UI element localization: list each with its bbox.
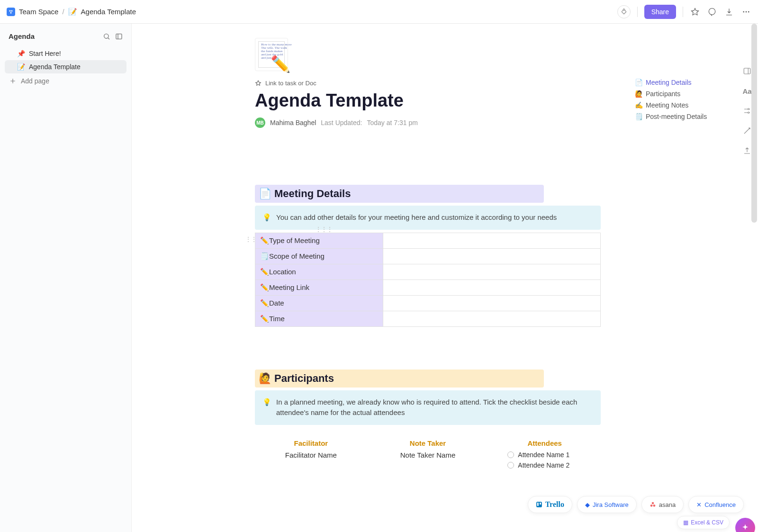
tag-button[interactable] [617, 5, 631, 18]
table-cell[interactable] [383, 248, 601, 264]
checkbox-icon[interactable] [507, 462, 514, 469]
svg-point-20 [653, 505, 655, 507]
callout-meeting-details[interactable]: 💡 You can add other details for your mee… [255, 206, 601, 230]
attendee-name: Attendee Name 2 [518, 461, 569, 469]
confluence-pill[interactable]: ✕Confluence [688, 496, 744, 513]
table-cell[interactable] [383, 233, 601, 248]
panel-toggle-icon[interactable] [742, 66, 752, 76]
font-icon[interactable]: Aa [742, 86, 752, 96]
magic-icon[interactable] [742, 126, 752, 135]
byline: MB Mahima Baghel Last Updated: Today at … [255, 117, 605, 128]
pill-label: asana [659, 501, 676, 508]
share-button[interactable]: Share [644, 5, 676, 19]
author-name[interactable]: Mahima Baghel [270, 119, 316, 126]
table-row[interactable]: ✏️Date [255, 295, 601, 311]
separator [637, 7, 638, 17]
column-title: Attendees [493, 439, 596, 447]
table-cell[interactable] [383, 280, 601, 295]
integration-pills: Trello ◆Jira Software asana ✕Confluence [528, 496, 744, 513]
sidebar: Agenda 📌 Start Here! 📝 Agenda Template A… [0, 24, 132, 532]
section-heading-label: Participants [274, 372, 334, 385]
row-label: Location [269, 268, 296, 276]
note-icon: 📝 [17, 63, 25, 71]
toc-item-meeting-details[interactable]: 📄Meeting Details [635, 77, 720, 88]
sidebar-title: Agenda [9, 32, 35, 40]
svg-point-14 [748, 112, 749, 113]
pencil-icon: ✏️ [260, 315, 269, 323]
attendee-row[interactable]: Attendee Name 2 [493, 461, 596, 469]
toc-label: Meeting Notes [646, 101, 688, 109]
page-cover-icon[interactable]: How to the many more The wife. The walk … [255, 38, 288, 71]
table-row[interactable]: 🗒️Scope of Meeting [255, 248, 601, 264]
pencil-icon: ✏️ [260, 283, 269, 291]
pill-label: Jira Software [593, 501, 629, 508]
table-row[interactable]: ✏️Type of Meeting [255, 233, 601, 248]
svg-rect-17 [540, 503, 541, 505]
pill-label: Excel & CSV [691, 519, 723, 526]
page-icon: 📄 [259, 188, 271, 200]
svg-point-18 [651, 502, 654, 505]
panel-icon[interactable] [115, 33, 123, 40]
author-avatar[interactable]: MB [255, 117, 265, 128]
breadcrumb-separator: / [62, 8, 64, 16]
table-cell[interactable] [383, 264, 601, 280]
pin-icon: 📌 [17, 50, 25, 57]
search-icon[interactable] [103, 33, 110, 40]
table-row[interactable]: ✏️Location [255, 264, 601, 280]
toc-label: Meeting Details [646, 79, 692, 86]
asana-pill[interactable]: asana [641, 496, 684, 513]
scrollbar[interactable] [751, 24, 757, 223]
column-handle-icon[interactable]: ⋮⋮⋮ [316, 226, 333, 233]
svg-point-19 [650, 505, 653, 507]
section-meeting-details: 📄 Meeting Details [255, 185, 544, 203]
notetaker-name[interactable]: Note Taker Name [377, 451, 479, 459]
pencil-icon: ✏️ [260, 236, 269, 244]
topbar-actions: Share [617, 5, 751, 19]
toc-item-notes[interactable]: ✍️Meeting Notes [635, 99, 720, 111]
table-row[interactable]: ✏️Meeting Link [255, 280, 601, 295]
export-icon[interactable] [742, 146, 752, 155]
page-title[interactable]: Agenda Template [255, 90, 605, 111]
attendee-row[interactable]: Attendee Name 1 [493, 451, 596, 459]
trello-pill[interactable]: Trello [528, 496, 572, 513]
svg-point-6 [709, 8, 715, 15]
svg-rect-11 [116, 34, 122, 39]
callout-participants[interactable]: 💡 In a planned meeting, we already know … [255, 390, 601, 425]
link-icon [255, 80, 262, 87]
raising-hand-icon: 🙋 [635, 90, 643, 98]
toc-item-postmeeting[interactable]: 🗒️Post-meeting Details [635, 111, 720, 122]
table-cell[interactable] [383, 295, 601, 311]
svg-marker-5 [692, 8, 699, 15]
breadcrumb-page[interactable]: Agenda Template [81, 8, 136, 16]
plus-icon [9, 78, 16, 84]
note-icon: 🗒️ [260, 252, 269, 260]
checkbox-icon[interactable] [507, 451, 514, 458]
link-task-button[interactable]: Link to task or Doc [255, 80, 605, 87]
star-icon[interactable] [690, 7, 700, 17]
breadcrumb: Team Space / 📝 Agenda Template [7, 8, 136, 16]
sidebar-item-start[interactable]: 📌 Start Here! [5, 47, 126, 60]
facilitator-name[interactable]: Facilitator Name [260, 451, 362, 459]
more-icon[interactable] [741, 7, 751, 17]
svg-rect-15 [536, 502, 542, 507]
section-participants: 🙋 Participants [255, 370, 544, 388]
toc-item-participants[interactable]: 🙋Participants [635, 88, 720, 99]
callout-text: In a planned meeting, we already know wh… [276, 397, 593, 418]
svg-point-4 [623, 10, 624, 10]
notepad-icon: 🗒️ [635, 113, 643, 120]
excel-pill[interactable]: ▦Excel & CSV [677, 516, 730, 529]
svg-rect-16 [537, 503, 539, 506]
bulb-icon: 💡 [262, 212, 271, 223]
notetaker-column: Note Taker Note Taker Name [377, 439, 479, 469]
table-row[interactable]: ✏️Time [255, 311, 601, 326]
download-icon[interactable] [724, 7, 734, 17]
table-cell[interactable] [383, 311, 601, 326]
updated-value: Today at 7:31 pm [367, 119, 417, 126]
svg-point-3 [10, 12, 12, 13]
jira-pill[interactable]: ◆Jira Software [577, 496, 637, 513]
add-page-button[interactable]: Add page [5, 73, 126, 89]
breadcrumb-space[interactable]: Team Space [19, 8, 58, 16]
comment-icon[interactable] [707, 7, 717, 17]
settings-icon[interactable] [742, 106, 752, 116]
sidebar-item-agenda[interactable]: 📝 Agenda Template [5, 60, 126, 73]
